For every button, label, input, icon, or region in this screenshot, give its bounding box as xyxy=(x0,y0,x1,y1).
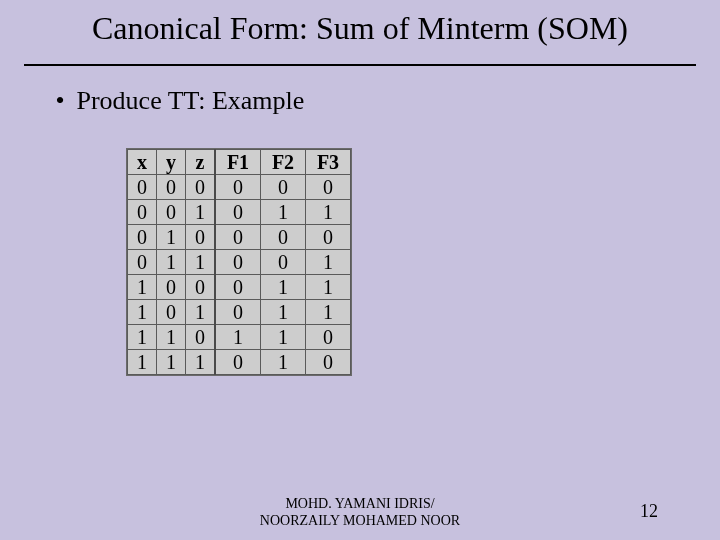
cell: 1 xyxy=(261,200,306,225)
cell: 0 xyxy=(186,275,216,300)
cell: 0 xyxy=(157,275,186,300)
footer-line-1: MOHD. YAMANI IDRIS/ xyxy=(285,496,434,511)
cell: 1 xyxy=(157,250,186,275)
th-z: z xyxy=(186,150,216,175)
cell: 0 xyxy=(306,175,351,200)
cell: 0 xyxy=(186,225,216,250)
table-row: 1 0 1 0 1 1 xyxy=(128,300,351,325)
cell: 1 xyxy=(157,350,186,375)
cell: 0 xyxy=(215,275,261,300)
cell: 1 xyxy=(186,200,216,225)
cell: 0 xyxy=(157,175,186,200)
cell: 1 xyxy=(186,350,216,375)
cell: 1 xyxy=(261,300,306,325)
cell: 0 xyxy=(157,300,186,325)
cell: 1 xyxy=(306,250,351,275)
cell: 0 xyxy=(157,200,186,225)
cell: 0 xyxy=(261,175,306,200)
cell: 1 xyxy=(261,275,306,300)
cell: 0 xyxy=(186,325,216,350)
cell: 0 xyxy=(215,225,261,250)
bullet-line: • Produce TT: Example xyxy=(50,86,304,116)
cell: 0 xyxy=(261,225,306,250)
cell: 0 xyxy=(215,175,261,200)
cell: 0 xyxy=(215,300,261,325)
cell: 1 xyxy=(128,300,157,325)
bullet-dot-icon: • xyxy=(50,86,70,116)
table-row: 0 1 0 0 0 0 xyxy=(128,225,351,250)
cell: 1 xyxy=(306,300,351,325)
table-row: 1 1 1 0 1 0 xyxy=(128,350,351,375)
page-number: 12 xyxy=(640,501,658,522)
footer-line-2: NOORZAILY MOHAMED NOOR xyxy=(260,513,460,528)
title-divider xyxy=(24,64,696,66)
th-f1: F1 xyxy=(215,150,261,175)
cell: 0 xyxy=(215,250,261,275)
cell: 1 xyxy=(215,325,261,350)
cell: 0 xyxy=(128,200,157,225)
cell: 0 xyxy=(306,325,351,350)
cell: 0 xyxy=(128,175,157,200)
th-x: x xyxy=(128,150,157,175)
truth-table: x y z F1 F2 F3 0 0 0 0 0 0 xyxy=(127,149,351,375)
cell: 1 xyxy=(128,325,157,350)
cell: 0 xyxy=(306,225,351,250)
cell: 1 xyxy=(186,250,216,275)
cell: 1 xyxy=(186,300,216,325)
cell: 0 xyxy=(186,175,216,200)
cell: 0 xyxy=(128,225,157,250)
page-title: Canonical Form: Sum of Minterm (SOM) xyxy=(0,10,720,47)
table-row: 0 0 1 0 1 1 xyxy=(128,200,351,225)
cell: 1 xyxy=(157,325,186,350)
cell: 1 xyxy=(306,275,351,300)
slide: Canonical Form: Sum of Minterm (SOM) • P… xyxy=(0,0,720,540)
cell: 1 xyxy=(157,225,186,250)
cell: 1 xyxy=(261,325,306,350)
th-f3: F3 xyxy=(306,150,351,175)
cell: 1 xyxy=(261,350,306,375)
table-row: 0 0 0 0 0 0 xyxy=(128,175,351,200)
cell: 1 xyxy=(128,275,157,300)
th-y: y xyxy=(157,150,186,175)
table-header-row: x y z F1 F2 F3 xyxy=(128,150,351,175)
cell: 1 xyxy=(306,200,351,225)
cell: 0 xyxy=(306,350,351,375)
cell: 1 xyxy=(128,350,157,375)
table-row: 1 1 0 1 1 0 xyxy=(128,325,351,350)
truth-table-box: x y z F1 F2 F3 0 0 0 0 0 0 xyxy=(126,148,352,376)
bullet-text: Produce TT: Example xyxy=(77,86,305,115)
cell: 0 xyxy=(215,350,261,375)
cell: 0 xyxy=(215,200,261,225)
truth-table-wrap: x y z F1 F2 F3 0 0 0 0 0 0 xyxy=(126,148,352,380)
th-f2: F2 xyxy=(261,150,306,175)
table-row: 1 0 0 0 1 1 xyxy=(128,275,351,300)
footer-credit: MOHD. YAMANI IDRIS/ NOORZAILY MOHAMED NO… xyxy=(0,496,720,530)
cell: 0 xyxy=(261,250,306,275)
table-row: 0 1 1 0 0 1 xyxy=(128,250,351,275)
cell: 0 xyxy=(128,250,157,275)
